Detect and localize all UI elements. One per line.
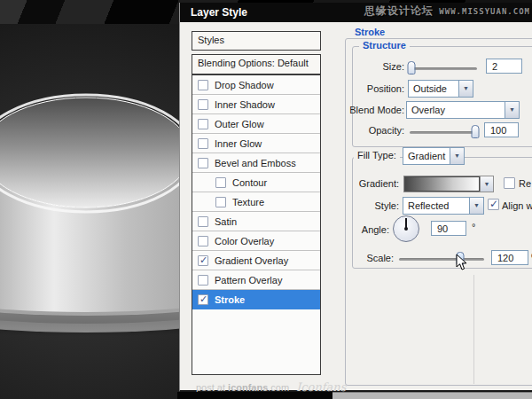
chevron-down-icon[interactable]: ▼ [458,81,473,97]
mouse-cursor [456,254,468,271]
align-with-layer-label: Align with [502,200,532,211]
checkbox-icon[interactable] [198,216,208,227]
style-item-bevel-emboss[interactable]: Bevel and Emboss [192,153,320,173]
chevron-down-icon[interactable]: ▼ [505,102,519,118]
screen: Layer Style Styles Blending Options: Def… [0,0,532,399]
style-item-label: Texture [232,197,264,207]
blend-mode-label: Blend Mode: [304,105,404,115]
style-item-label: Color Overlay [215,236,274,246]
checkbox-icon[interactable] [198,138,208,149]
opacity-slider[interactable] [410,131,478,134]
opacity-slider-thumb[interactable] [471,125,479,138]
checkbox-icon[interactable] [198,158,208,168]
style-item-label: Outer Glow [215,119,264,129]
chevron-down-icon[interactable]: ▼ [480,176,493,192]
position-label: Position: [313,83,404,94]
forum-name: 思缘设计论坛 [364,4,434,17]
scale-slider[interactable] [399,258,484,261]
style-item-label: Inner Shadow [215,99,275,110]
checkbox-icon[interactable] [198,119,208,129]
position-value: Outside [409,81,458,97]
style-item-drop-shadow[interactable]: Drop Shadow [192,75,320,95]
align-with-layer-checkbox[interactable] [488,199,499,210]
size-slider-thumb[interactable] [408,61,416,74]
gradient-label: Gradient: [300,178,399,189]
blending-options-label: Blending Options: Default [198,58,309,68]
opacity-input[interactable]: 100 [484,122,519,137]
chevron-down-icon[interactable]: ▼ [469,198,483,214]
styles-header-label: Styles [198,35,224,45]
checkbox-icon[interactable] [198,275,208,286]
size-label: Size: [313,61,404,72]
angle-dial[interactable] [393,215,419,242]
scale-label: Scale: [295,253,394,263]
checkbox-icon[interactable] [215,177,226,188]
layer-style-dialog: Layer Style Styles Blending Options: Def… [179,3,532,392]
gradient-picker[interactable]: ▼ [403,176,494,192]
bottom-window-edge [332,392,532,399]
style-label: Style: [313,200,399,211]
pane-divider [473,275,474,384]
style-item-pattern-overlay[interactable]: Pattern Overlay [192,270,320,290]
style-item-stroke[interactable]: Stroke [192,290,320,309]
angle-unit: ° [472,222,475,232]
checkbox-icon[interactable] [215,197,226,207]
fill-type-label: Fill Type: [354,150,400,160]
style-value: Reflected [403,198,469,214]
style-item-label: Gradient Overlay [215,255,288,266]
chevron-down-icon[interactable]: ▼ [450,148,464,164]
structure-group-title: Structure [359,40,410,51]
style-item-texture[interactable]: Texture [192,192,320,212]
checkbox-icon[interactable] [198,294,208,305]
dialog-title: Layer Style [191,6,247,19]
style-item-outer-glow[interactable]: Outer Glow [192,114,320,134]
stroke-section-title: Stroke [351,27,388,37]
style-dropdown[interactable]: Reflected ▼ [403,197,484,215]
gradient-preview[interactable] [404,176,480,192]
blend-mode-value: Overlay [407,102,505,118]
fill-type-dropdown[interactable]: Gradient ▼ [403,147,465,165]
styles-header-box: Styles [192,31,321,51]
bottom-black-strip [177,392,332,399]
style-item-label: Pattern Overlay [215,275,282,286]
reverse-label: Re [519,178,531,189]
checkbox-icon[interactable] [198,80,208,90]
checkbox-icon[interactable] [198,255,208,266]
missyuan-watermark: 思缘设计论坛 WWW.MISSYUAN.COM [364,4,530,19]
blend-mode-dropdown[interactable]: Overlay ▼ [406,101,520,119]
style-item-label: Inner Glow [215,138,262,149]
style-item-label: Stroke [215,294,245,305]
style-item-inner-shadow[interactable]: Inner Shadow [192,95,320,114]
scale-input[interactable]: 120 [491,250,528,265]
position-dropdown[interactable]: Outside ▼ [408,80,473,98]
angle-input[interactable]: 90 [431,221,466,236]
reverse-checkbox[interactable] [504,177,515,189]
fill-type-value: Gradient [403,148,450,164]
forum-url: WWW.MISSYUAN.COM [439,7,530,16]
style-item-label: Drop Shadow [215,80,274,90]
style-item-label: Contour [232,177,267,188]
opacity-label: Opacity: [313,125,404,136]
style-item-label: Bevel and Emboss [215,158,296,168]
angle-hub [404,227,408,231]
style-item-inner-glow[interactable]: Inner Glow [192,134,320,153]
blending-options-item[interactable]: Blending Options: Default [192,54,321,74]
checkbox-icon[interactable] [198,236,208,246]
size-input[interactable]: 2 [486,59,522,74]
style-item-label: Satin [215,216,237,227]
size-slider[interactable] [410,67,477,70]
angle-label: Angle: [300,224,389,235]
checkbox-icon[interactable] [198,99,208,110]
